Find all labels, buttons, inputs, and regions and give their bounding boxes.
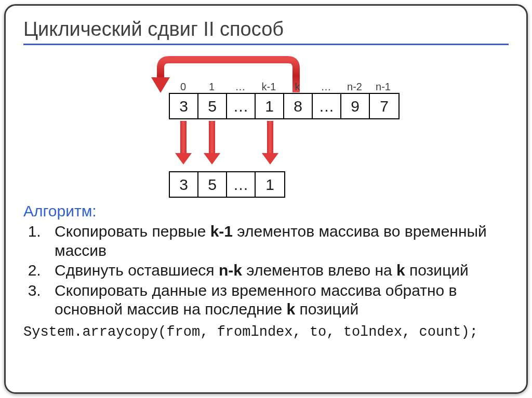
array-cell: 1 — [256, 94, 284, 118]
array-cell: 7 — [370, 94, 398, 118]
svg-marker-0 — [151, 77, 170, 93]
idx-label: … — [312, 81, 340, 93]
arrow-down-icon — [208, 121, 216, 164]
array-cell: 8 — [284, 94, 313, 118]
page-title: Циклический сдвиг II способ — [23, 18, 509, 45]
step-item: Скопировать первые k-1 элементов массива… — [45, 222, 509, 260]
idx-label: k — [283, 81, 312, 93]
slide-frame: Циклический сдвиг II способ 0 1 … k-1 k … — [4, 4, 528, 394]
arrow-down-icon — [266, 121, 274, 164]
step-item: Сдвинуть оставшиеся n-k элементов влево … — [45, 261, 509, 280]
array-cell: 3 — [170, 94, 198, 118]
index-labels: 0 1 … k-1 k … n-2 n-1 — [169, 81, 397, 93]
code-snippet: System.arraycopy(from, fromlndex, to, to… — [23, 324, 509, 340]
step-item: Скопировать данные из временного массива… — [45, 281, 509, 319]
array-cell: 1 — [256, 172, 284, 197]
array-main: 3 5 … 1 8 … 9 7 — [169, 93, 400, 119]
array-temp: 3 5 … 1 — [169, 171, 285, 198]
array-cell: … — [313, 94, 341, 118]
idx-label: n-2 — [340, 81, 369, 93]
array-cell: … — [227, 94, 256, 118]
array-cell: … — [227, 172, 256, 197]
idx-label: n-1 — [369, 81, 397, 93]
idx-label: 0 — [169, 81, 197, 93]
array-cell: 5 — [198, 94, 227, 118]
array-cell: 9 — [341, 94, 370, 118]
algorithm-steps: Скопировать первые k-1 элементов массива… — [23, 222, 509, 319]
idx-label: k-1 — [255, 81, 283, 93]
idx-label: … — [226, 81, 255, 93]
array-cell: 3 — [170, 172, 198, 197]
arrow-down-icon — [179, 121, 188, 164]
algorithm-heading: Алгоритм: — [23, 202, 509, 220]
array-cell: 5 — [198, 172, 227, 197]
figure: 0 1 … k-1 k … n-2 n-1 3 5 … 1 8 … 9 7 3 … — [23, 54, 509, 202]
idx-label: 1 — [197, 81, 226, 93]
